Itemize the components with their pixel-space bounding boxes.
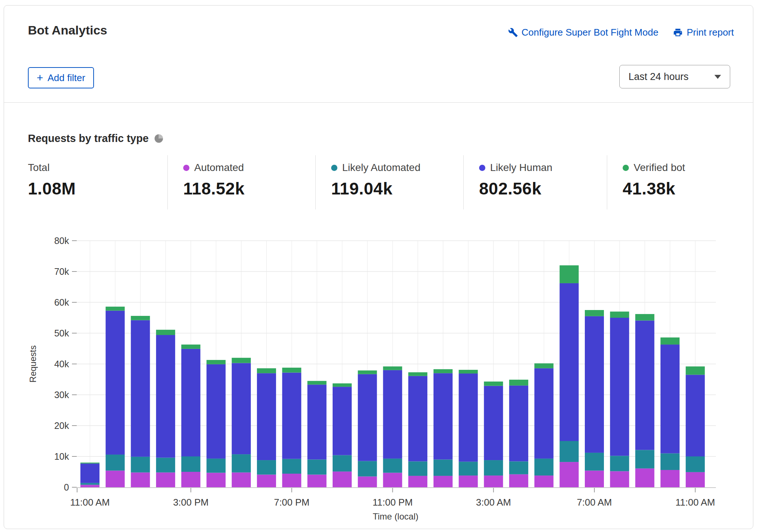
svg-text:3:00 AM: 3:00 AM [476,497,511,508]
stat-automated-value: 118.52k [183,179,315,198]
add-filter-button[interactable]: + Add filter [28,67,94,88]
svg-text:80k: 80k [54,236,69,246]
svg-text:Time (local): Time (local) [373,511,418,521]
section-header: Requests by traffic type [28,132,163,145]
stat-verified-bot-value: 41.38k [623,179,738,198]
svg-text:60k: 60k [54,297,69,307]
stat-verified-bot-label: Verified bot [634,162,685,174]
plus-icon: + [37,72,43,83]
stat-likely-human: Likely Human 802.56k [463,155,607,209]
likely-human-dot [479,165,485,171]
svg-text:11:00 PM: 11:00 PM [373,497,413,508]
time-range-dropdown[interactable]: Last 24 hours [619,65,730,88]
stat-automated-label: Automated [194,162,244,174]
stat-likely-human-value: 802.56k [479,179,607,198]
header-divider [4,102,753,103]
svg-text:11:00 AM: 11:00 AM [675,497,715,508]
header-actions: Configure Super Bot Fight Mode Print rep… [508,27,734,38]
time-range-value: Last 24 hours [629,71,689,83]
configure-link-label: Configure Super Bot Fight Mode [522,27,659,38]
svg-text:70k: 70k [54,266,69,277]
svg-text:10k: 10k [54,451,69,462]
print-report-link[interactable]: Print report [673,27,734,38]
stat-likely-automated: Likely Automated 119.04k [315,155,463,209]
likely-automated-dot [331,165,337,171]
pie-chart-icon [155,134,163,143]
svg-text:0: 0 [64,482,69,492]
stat-automated: Automated 118.52k [167,155,315,209]
section-title: Requests by traffic type [28,132,149,145]
svg-text:7:00 AM: 7:00 AM [577,497,612,508]
configure-super-bot-fight-mode-link[interactable]: Configure Super Bot Fight Mode [508,27,659,38]
automated-dot [183,165,189,171]
bot-analytics-page: Bot Analytics Configure Super Bot Fight … [0,0,757,532]
svg-text:20k: 20k [54,420,69,431]
svg-text:7:00 PM: 7:00 PM [274,497,309,508]
svg-text:11:00 AM: 11:00 AM [70,497,110,508]
stat-likely-automated-label: Likely Automated [342,162,420,174]
svg-text:40k: 40k [54,359,69,369]
stat-verified-bot: Verified bot 41.38k [607,155,738,209]
stat-likely-human-label: Likely Human [490,162,553,174]
wrench-icon [508,28,518,37]
svg-text:50k: 50k [54,328,69,338]
printer-icon [673,28,683,37]
stat-total-value: 1.08M [28,179,167,198]
verified-bot-dot [623,165,629,171]
stat-total-label: Total [28,162,50,174]
print-link-label: Print report [687,27,734,38]
stat-total: Total 1.08M [28,155,167,209]
svg-text:30k: 30k [54,390,69,400]
requests-stacked-bar-chart: 010k20k30k40k50k60k70k80k11:00 AM3:00 PM… [0,220,757,528]
svg-text:Requests: Requests [28,345,38,382]
chevron-down-icon [714,75,721,79]
stat-likely-automated-value: 119.04k [331,179,463,198]
traffic-stats-row: Total 1.08M Automated 118.52k Likely Aut… [28,155,738,209]
svg-text:3:00 PM: 3:00 PM [173,497,209,508]
add-filter-label: Add filter [48,72,86,84]
page-title: Bot Analytics [28,23,107,37]
